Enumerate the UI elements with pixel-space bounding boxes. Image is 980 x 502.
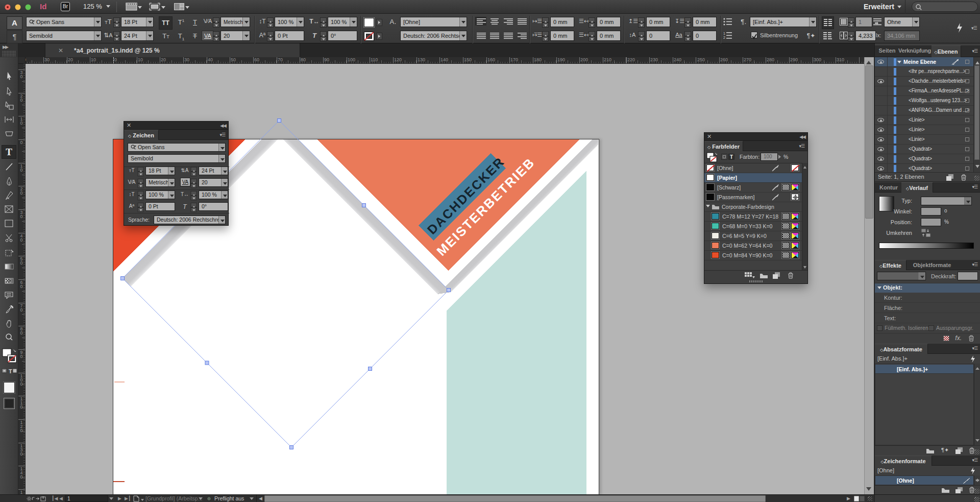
svg-text:1: 1 xyxy=(723,32,725,35)
svg-text:T: T xyxy=(9,368,12,374)
svg-text:2: 2 xyxy=(723,36,725,39)
